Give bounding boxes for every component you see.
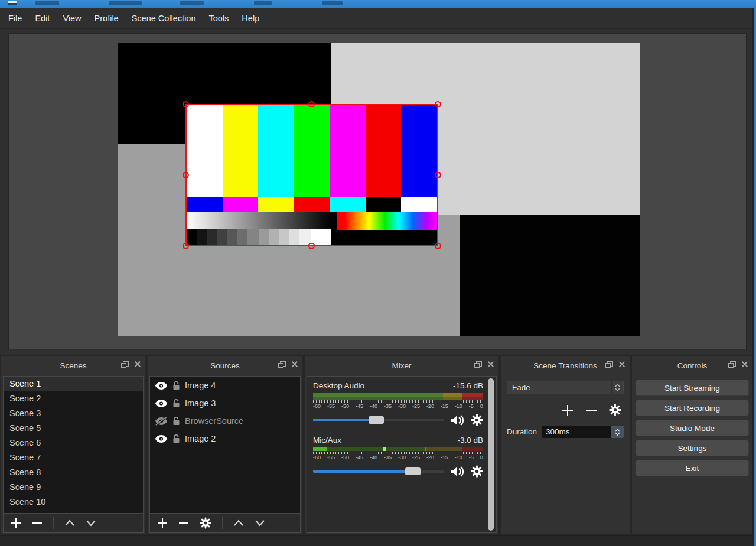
float-panel-icon[interactable]: [728, 361, 735, 367]
move-source-up-button[interactable]: [233, 519, 244, 527]
control-button[interactable]: Start Recording: [636, 400, 749, 416]
scene-list-item[interactable]: Scene 6: [4, 436, 143, 450]
black-strip: [337, 230, 437, 245]
float-panel-icon[interactable]: [605, 361, 612, 367]
close-panel-icon[interactable]: [292, 361, 298, 367]
control-button[interactable]: Start Streaming: [636, 380, 749, 396]
resize-handle-bottomleft[interactable]: [183, 243, 189, 249]
source-name: Image 2: [185, 434, 216, 443]
resize-handle-topright[interactable]: [435, 101, 441, 107]
resize-handle-bottom[interactable]: [308, 243, 315, 249]
menu-item[interactable]: Scene Collection: [125, 10, 203, 27]
resize-handle-right[interactable]: [435, 172, 441, 178]
mixer-panel-header[interactable]: Mixer: [305, 356, 498, 375]
smpte-bottom-section: [187, 212, 437, 245]
menu-item[interactable]: File: [2, 10, 28, 27]
rainbow-section: [337, 212, 437, 245]
scene-list-item[interactable]: Scene 9: [4, 480, 143, 495]
resize-handle-top[interactable]: [308, 101, 315, 107]
dock-area: Scenes Scene 1Scene 2Scene 3Scene 5Scene…: [0, 355, 752, 535]
scene-list-item[interactable]: Scene 2: [4, 391, 143, 406]
move-source-down-button[interactable]: [255, 519, 265, 527]
visibility-eye-icon[interactable]: [155, 399, 168, 408]
resize-handle-topleft[interactable]: [183, 101, 189, 107]
visibility-eye-icon[interactable]: [155, 434, 168, 443]
controls-panel-header[interactable]: Controls: [632, 356, 752, 375]
menu-item[interactable]: Profile: [88, 10, 125, 27]
scene-list-item[interactable]: Scene 7: [4, 450, 143, 465]
close-panel-icon[interactable]: [619, 361, 625, 367]
volume-slider[interactable]: [313, 416, 444, 424]
duration-spinbox[interactable]: 300ms: [542, 426, 624, 438]
sources-panel-header[interactable]: Sources: [148, 356, 302, 375]
channel-settings-gear-icon[interactable]: [471, 414, 483, 426]
duration-value[interactable]: 300ms: [542, 426, 611, 438]
control-button[interactable]: Exit: [636, 460, 749, 476]
scene-canvas[interactable]: [118, 43, 640, 336]
color-bar: [258, 197, 294, 212]
close-panel-icon[interactable]: [488, 361, 494, 367]
remove-transition-button[interactable]: [585, 404, 597, 416]
scene-list-item[interactable]: Scene 1: [4, 377, 143, 391]
title-bar[interactable]: [0, 0, 756, 8]
visibility-eye-icon[interactable]: [155, 381, 168, 390]
scenes-panel-title: Scenes: [60, 361, 86, 370]
source-list-item[interactable]: Image 3: [150, 394, 300, 412]
menu-item[interactable]: View: [56, 10, 87, 27]
transitions-panel-header[interactable]: Scene Transitions: [501, 356, 630, 375]
close-panel-icon[interactable]: [742, 361, 748, 367]
visibility-eye-off-icon[interactable]: [155, 417, 168, 426]
volume-slider[interactable]: [313, 467, 444, 475]
transition-select-spinner[interactable]: [611, 381, 623, 394]
volume-slider-handle[interactable]: [369, 416, 384, 424]
preview-area: [0, 29, 752, 355]
lock-open-icon[interactable]: [172, 381, 180, 390]
remove-scene-button[interactable]: [32, 518, 43, 528]
control-button[interactable]: Studio Mode: [636, 420, 749, 436]
source-list-item[interactable]: BrowserSource: [150, 412, 300, 430]
transition-select[interactable]: Fade: [507, 381, 624, 394]
mixer-scrollbar[interactable]: [488, 378, 494, 531]
add-scene-button[interactable]: [11, 518, 21, 528]
close-panel-icon[interactable]: [135, 361, 141, 367]
add-transition-button[interactable]: [562, 404, 573, 416]
channel-settings-gear-icon[interactable]: [471, 465, 483, 478]
scene-list-item[interactable]: Scene 10: [4, 495, 143, 509]
menu-item[interactable]: Tools: [203, 10, 236, 27]
source-name: Image 4: [185, 381, 216, 390]
resize-handle-left[interactable]: [183, 172, 189, 178]
float-panel-icon[interactable]: [474, 361, 481, 367]
float-panel-icon[interactable]: [278, 361, 285, 367]
meter-tickmarks: [313, 452, 483, 454]
float-panel-icon[interactable]: [121, 361, 128, 367]
lock-open-icon[interactable]: [172, 434, 180, 443]
control-button[interactable]: Settings: [636, 440, 749, 456]
menu-item[interactable]: Help: [235, 10, 266, 27]
scene-list-item[interactable]: Scene 3: [4, 406, 143, 421]
scene-list-item[interactable]: Scene 8: [4, 465, 143, 480]
preview-viewport[interactable]: [8, 33, 747, 349]
resize-handle-bottomright[interactable]: [435, 243, 441, 249]
speaker-mute-icon[interactable]: [450, 466, 465, 478]
source-list-item[interactable]: Image 4: [150, 377, 300, 394]
source-list-item[interactable]: Image 2: [150, 430, 300, 447]
source-list: Image 4 Image 3 Br: [150, 377, 300, 513]
black-divider: [331, 212, 337, 245]
title-text-fragment: [109, 1, 142, 5]
duration-spinner[interactable]: [611, 426, 624, 438]
remove-source-button[interactable]: [178, 518, 189, 528]
source-properties-gear-icon[interactable]: [200, 517, 211, 529]
menu-item[interactable]: Edit: [28, 10, 56, 27]
title-text-fragment: [254, 1, 272, 5]
move-scene-down-button[interactable]: [86, 519, 96, 527]
scenes-panel-header[interactable]: Scenes: [1, 356, 145, 375]
volume-slider-handle[interactable]: [405, 467, 421, 475]
move-scene-up-button[interactable]: [64, 519, 75, 527]
add-source-button[interactable]: [157, 518, 168, 528]
speaker-mute-icon[interactable]: [450, 414, 465, 426]
transition-properties-gear-icon[interactable]: [609, 404, 621, 416]
scene-list-item[interactable]: Scene 5: [4, 421, 143, 436]
selected-source-colorbars[interactable]: [187, 105, 437, 245]
lock-open-icon[interactable]: [172, 399, 180, 408]
lock-open-icon[interactable]: [172, 417, 180, 426]
